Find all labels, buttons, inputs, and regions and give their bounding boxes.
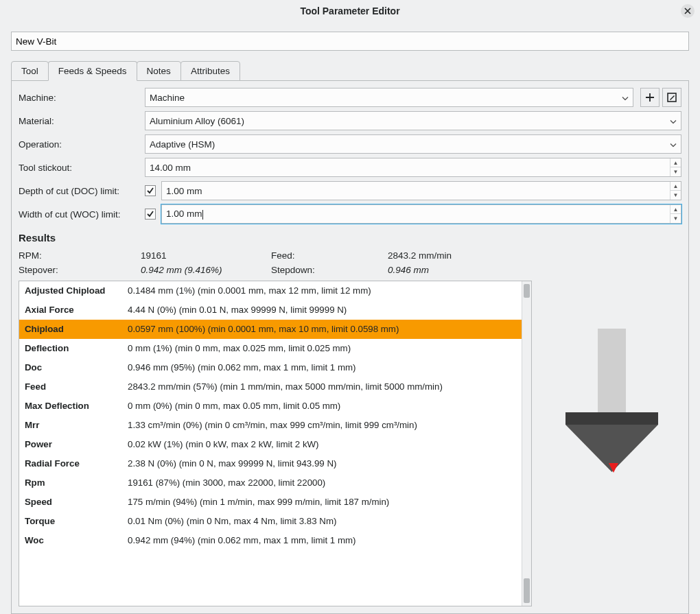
table-row[interactable]: Mrr1.33 cm³/min (0%) (min 0 cm³/min, max… (19, 416, 522, 435)
bottom-area: Adjusted Chipload0.1484 mm (1%) (min 0.0… (19, 281, 681, 606)
vbit-graphic-icon (552, 329, 672, 507)
scrollbar-thumb-bottom[interactable] (524, 578, 530, 603)
label-woc-limit: Width of cut (WOC) limit: (19, 209, 141, 220)
woc-step-up[interactable]: ▲ (670, 205, 681, 214)
window-close-button[interactable] (681, 4, 695, 18)
table-row[interactable]: Chipload0.0597 mm (100%) (min 0.0001 mm,… (19, 320, 522, 339)
table-row[interactable]: Axial Force4.44 N (0%) (min 0.01 N, max … (19, 300, 522, 320)
woc-limit-checkbox[interactable] (145, 209, 156, 220)
result-key: Mrr (19, 416, 122, 435)
woc-limit-value: 1.00 mm (162, 209, 670, 219)
woc-spin-buttons: ▲ ▼ (670, 205, 681, 223)
result-key: Adjusted Chipload (19, 281, 122, 300)
label-machine: Machine: (19, 93, 141, 103)
value-feed: 2843.2 mm/min (388, 250, 681, 261)
doc-limit-input[interactable]: 1.00 mm ▲ ▼ (161, 181, 681, 200)
result-value: 0.0597 mm (100%) (min 0.0001 mm, max 10 … (122, 320, 522, 339)
material-select-value: Aluminium Alloy (6061) (150, 116, 244, 126)
result-value: 19161 (87%) (min 3000, max 22000, limit … (122, 473, 522, 493)
table-row[interactable]: Woc0.942 mm (94%) (min 0.062 mm, max 1 m… (19, 531, 522, 550)
label-feed: Feed: (271, 250, 388, 261)
form-grid: Machine: Machine Material: Aluminium All… (19, 88, 681, 224)
machine-row-actions (638, 88, 681, 107)
woc-limit-input[interactable]: 1.00 mm ▲ ▼ (161, 204, 681, 224)
tool-name-input[interactable] (11, 32, 689, 51)
table-row[interactable]: Doc0.946 mm (95%) (min 0.062 mm, max 1 m… (19, 358, 522, 377)
value-stepover: 0.942 mm (9.416%) (141, 265, 271, 275)
tool-preview (541, 281, 681, 606)
doc-spin-buttons: ▲ ▼ (670, 182, 681, 200)
value-rpm: 19161 (141, 250, 271, 261)
results-table-scroll: Adjusted Chipload0.1484 mm (1%) (min 0.0… (19, 281, 522, 606)
doc-limit-checkbox[interactable] (145, 185, 156, 196)
check-icon (146, 210, 154, 218)
result-key: Chipload (19, 320, 122, 339)
label-rpm: RPM: (19, 250, 141, 261)
result-value: 0.942 mm (94%) (min 0.062 mm, max 1 mm, … (122, 531, 522, 550)
operation-select[interactable]: Adaptive (HSM) (145, 134, 681, 154)
table-row[interactable]: Radial Force2.38 N (0%) (min 0 N, max 99… (19, 454, 522, 473)
label-stepdown: Stepdown: (271, 265, 388, 275)
results-heading: Results (19, 232, 681, 244)
woc-row: 1.00 mm ▲ ▼ (145, 204, 681, 224)
table-row[interactable]: Rpm19161 (87%) (min 3000, max 22000, lim… (19, 473, 522, 493)
label-stickout: Tool stickout: (19, 163, 141, 173)
doc-limit-value: 1.00 mm (162, 186, 670, 196)
chevron-down-icon (622, 93, 629, 103)
doc-step-down[interactable]: ▼ (670, 191, 681, 200)
table-row[interactable]: Feed2843.2 mm/min (57%) (min 1 mm/min, m… (19, 377, 522, 397)
results-table-wrap: Adjusted Chipload0.1484 mm (1%) (min 0.0… (19, 281, 532, 606)
machine-select[interactable]: Machine (145, 88, 633, 107)
table-row[interactable]: Speed175 m/min (94%) (min 1 m/min, max 9… (19, 493, 522, 512)
table-row[interactable]: Max Deflection0 mm (0%) (min 0 mm, max 0… (19, 397, 522, 416)
tab-feeds-speeds[interactable]: Feeds & Speeds (48, 61, 137, 81)
table-row[interactable]: Torque0.01 Nm (0%) (min 0 Nm, max 4 Nm, … (19, 512, 522, 531)
content-area: Tool Feeds & Speeds Notes Attributes Mac… (0, 22, 700, 614)
scrollbar-thumb-top[interactable] (524, 284, 530, 298)
add-machine-button[interactable] (640, 88, 660, 107)
chevron-down-icon (670, 116, 677, 126)
result-key: Rpm (19, 473, 122, 493)
edit-icon (667, 93, 677, 102)
close-icon (684, 8, 691, 14)
edit-machine-button[interactable] (662, 88, 681, 107)
table-row[interactable]: Power0.02 kW (1%) (min 0 kW, max 2 kW, l… (19, 435, 522, 454)
result-key: Doc (19, 358, 122, 377)
result-value: 0 mm (1%) (min 0 mm, max 0.025 mm, limit… (122, 339, 522, 358)
plus-icon (645, 93, 655, 102)
doc-row: 1.00 mm ▲ ▼ (145, 181, 681, 200)
tabs-bar: Tool Feeds & Speeds Notes Attributes (11, 60, 689, 80)
table-row[interactable]: Adjusted Chipload0.1484 mm (1%) (min 0.0… (19, 281, 522, 300)
result-key: Radial Force (19, 454, 122, 473)
tab-attributes[interactable]: Attributes (180, 61, 240, 81)
material-select[interactable]: Aluminium Alloy (6061) (145, 111, 681, 130)
doc-step-up[interactable]: ▲ (670, 182, 681, 191)
tab-notes[interactable]: Notes (137, 61, 181, 81)
result-key: Power (19, 435, 122, 454)
svg-rect-2 (565, 412, 658, 425)
window-title: Tool Parameter Editor (300, 5, 399, 16)
stickout-input[interactable]: 14.00 mm ▲ ▼ (145, 158, 681, 177)
label-operation: Operation: (19, 139, 141, 150)
result-value: 0.1484 mm (1%) (min 0.0001 mm, max 12 mm… (122, 281, 522, 300)
tab-tool[interactable]: Tool (11, 61, 49, 81)
result-value: 0.946 mm (95%) (min 0.062 mm, max 1 mm, … (122, 358, 522, 377)
operation-select-value: Adaptive (HSM) (150, 139, 215, 150)
result-value: 0.01 Nm (0%) (min 0 Nm, max 4 Nm, limit … (122, 512, 522, 531)
woc-step-down[interactable]: ▼ (670, 214, 681, 223)
result-key: Axial Force (19, 300, 122, 320)
result-value: 0 mm (0%) (min 0 mm, max 0.05 mm, limit … (122, 397, 522, 416)
results-table: Adjusted Chipload0.1484 mm (1%) (min 0.0… (19, 281, 522, 550)
titlebar: Tool Parameter Editor (0, 0, 700, 22)
result-key: Torque (19, 512, 122, 531)
results-scrollbar[interactable] (522, 281, 531, 606)
result-value: 1.33 cm³/min (0%) (min 0 cm³/min, max 99… (122, 416, 522, 435)
chevron-down-icon (670, 139, 677, 150)
table-row[interactable]: Deflection0 mm (1%) (min 0 mm, max 0.025… (19, 339, 522, 358)
result-value: 2.38 N (0%) (min 0 N, max 99999 N, limit… (122, 454, 522, 473)
svg-rect-1 (598, 329, 626, 414)
stickout-step-up[interactable]: ▲ (670, 158, 681, 167)
stickout-value: 14.00 mm (145, 163, 670, 173)
stickout-step-down[interactable]: ▼ (670, 167, 681, 176)
result-key: Speed (19, 493, 122, 512)
